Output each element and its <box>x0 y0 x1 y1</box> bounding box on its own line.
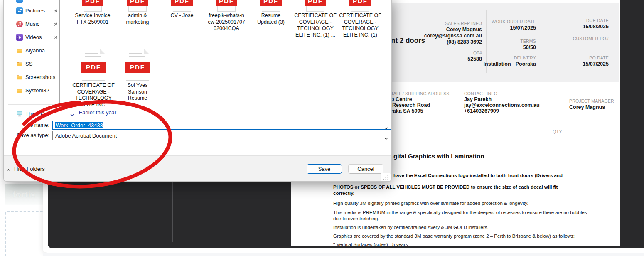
pdf-file-icon: PDF <box>160 0 204 12</box>
sidebar-scrollbar[interactable] <box>59 0 60 106</box>
sidebar-item-videos[interactable]: Videos <box>4 32 62 44</box>
customer-po-label: CUSTOMER PO# <box>538 36 609 41</box>
pdf-file-icon: PDF <box>204 0 248 12</box>
doc-paragraph: This media is PREMIUM in the range & spe… <box>333 209 620 222</box>
file-item[interactable]: PDFCV - Jose <box>160 0 204 19</box>
dialog-footer: Hide Folders Save Cancel <box>4 155 391 182</box>
shipping-line3: raka SA 5095 <box>391 108 423 114</box>
file-name-text: Sol YvesSamsonResume <box>116 82 160 102</box>
shipping-line2: Research Road <box>392 102 430 108</box>
group-header-label: Earlier this year <box>79 109 116 116</box>
doc-paragraph: * Vertical Surfaces (sides) - 5 years <box>333 241 620 248</box>
folder-icon <box>16 61 23 67</box>
due-date-value: 15/08/2025 <box>538 24 609 30</box>
hide-folders-label: Hide Folders <box>14 166 45 172</box>
pdf-file-icon: PDF <box>293 0 337 12</box>
file-item[interactable]: PDFResumeUpdated (3) <box>249 0 293 25</box>
divider <box>565 92 565 114</box>
file-name-input[interactable]: Work_Order_43438 <box>52 121 391 130</box>
resize-grip[interactable] <box>381 173 391 182</box>
pdf-file-icon: PDF <box>249 0 293 12</box>
folder-icon <box>16 74 23 81</box>
contact-info-label: CONTACT INFO <box>464 91 497 96</box>
sidebar-separator <box>8 104 57 105</box>
file-item[interactable]: PDFadmin &marketing <box>116 0 160 25</box>
delivery-label: DELIVERY <box>465 55 536 60</box>
file-item[interactable]: PDFService InvoiceFTX-2509001 <box>71 0 115 25</box>
file-item[interactable]: PDFCERTIFICATE OFCOVERAGE -TECHNOLOGYELI… <box>338 0 382 38</box>
folder-icon <box>16 47 23 54</box>
this-pc-icon <box>16 111 23 117</box>
cancel-button[interactable]: Cancel <box>348 164 383 174</box>
save-as-type-value: Adobe Acrobat Document <box>55 133 117 139</box>
fortix-logo-text: fortix <box>12 190 36 199</box>
project-manager-value: Corey Magnus <box>569 104 605 110</box>
save-as-type-select[interactable]: Adobe Acrobat Document <box>52 131 391 140</box>
doc-paragraph: Graphics are covered by the standard 3M … <box>333 233 620 239</box>
screen: fortix nt 2 doors SALES REP INFO Corey M… <box>0 0 644 256</box>
po-date-label: PO DATE <box>538 55 609 60</box>
doc-boldline-fragment: have the Excel Connections logo installe… <box>393 173 563 178</box>
contact-email: jay@excelconnections.com.au <box>464 102 540 108</box>
save-as-dialog: PicturesMusicVideosAlyannaSSScreenshotsS… <box>3 0 392 182</box>
sidebar-item-ss[interactable]: SS <box>4 59 62 71</box>
pictures-icon <box>16 7 23 14</box>
file-name-text: CV - Jose <box>160 12 204 19</box>
po-date-value: 15/07/2025 <box>538 61 609 67</box>
chevron-down-icon[interactable] <box>384 124 388 131</box>
terms-label: TERMS <box>465 39 536 44</box>
pdf-file-icon: PDF <box>71 49 116 82</box>
save-as-type-label: Save as type: <box>4 132 49 138</box>
project-manager-label: PROJECT MANAGER <box>569 98 614 103</box>
videos-icon <box>16 34 23 41</box>
sidebar-item-screenshots[interactable]: Screenshots <box>4 72 62 84</box>
pdf-file-icon: PDF <box>338 0 382 12</box>
file-item[interactable]: PDFCERTIFICATE OFCOVERAGE -TECHNOLOGYELI… <box>293 0 337 38</box>
shipping-address-label: TALL / SHIPPING ADDRESS <box>391 91 450 96</box>
chevron-down-icon[interactable] <box>384 134 388 142</box>
sidebar-item-this-pc[interactable]: This PC <box>4 108 62 117</box>
doc-heading-fragment: gital Graphics with Lamination <box>393 153 484 160</box>
sidebar-item-music[interactable]: Music <box>4 19 62 31</box>
qty-column-header: QTY <box>553 129 562 134</box>
sidebar-item-alyanna[interactable]: Alyanna <box>4 45 62 58</box>
file-name-text: Service InvoiceFTX-2509001 <box>71 12 115 25</box>
save-button[interactable]: Save <box>307 164 342 174</box>
file-name-text: CERTIFICATE OFCOVERAGE -TECHNOLOGYELITE … <box>293 12 337 38</box>
contact-name: Jay Parekh <box>464 96 492 102</box>
chevron-up-icon <box>6 169 11 172</box>
doc-paragraph: Installation is undertaken by certified/… <box>333 224 620 231</box>
shipping-line1: p Centre <box>391 96 412 102</box>
file-name-label: File name: <box>4 122 49 128</box>
group-header-earlier-this-year[interactable]: Earlier this year <box>70 111 116 118</box>
file-name-text: CERTIFICATE OFCOVERAGE -TECHNOLOGYELITE … <box>71 82 116 108</box>
pdf-file-icon: PDF <box>116 49 160 82</box>
work-order-date-value: 15/07/2025 <box>465 25 536 31</box>
pin-icon <box>53 21 59 27</box>
fortix-logo: fortix <box>5 184 43 205</box>
file-name-text: freepik-whats-new-202509170702004CQA <box>204 12 248 32</box>
file-item[interactable]: PDFCERTIFICATE OFCOVERAGE -TECHNOLOGYELI… <box>71 49 116 108</box>
file-name-text: admin &marketing <box>116 12 160 25</box>
canvas-seam <box>172 180 173 242</box>
sidebar-item-pictures[interactable]: Pictures <box>4 5 62 18</box>
delivery-value: Installation - Pooraka <box>465 61 536 67</box>
pin-icon <box>53 34 59 40</box>
pdf-file-icon: PDF <box>116 0 160 12</box>
file-name-text: CERTIFICATE OFCOVERAGE -TECHNOLOGYELITE … <box>338 12 382 38</box>
doc-paragraph: PHOTOS or SPECS OF ALL VEHICLES MUST BE … <box>333 184 620 196</box>
terms-value: 50/50 <box>465 44 536 50</box>
window-bottom-strip <box>43 253 644 256</box>
file-item[interactable]: PDFSol YvesSamsonResume <box>116 49 160 102</box>
sidebar-item-system32[interactable]: System32 <box>4 85 62 98</box>
contact-phone: +61403267909 <box>464 108 499 114</box>
file-name-text: ResumeUpdated (3) <box>249 12 293 25</box>
folder-icon <box>16 87 23 94</box>
music-icon <box>16 21 23 27</box>
file-name-value: Work_Order_43438 <box>55 122 103 128</box>
file-item[interactable]: PDFfreepik-whats-new-202509170702004CQA <box>204 0 248 32</box>
document-blue-icon <box>16 0 23 3</box>
hide-folders-button[interactable]: Hide Folders <box>6 166 45 173</box>
chevron-down-icon <box>70 111 76 118</box>
divider <box>460 91 460 116</box>
